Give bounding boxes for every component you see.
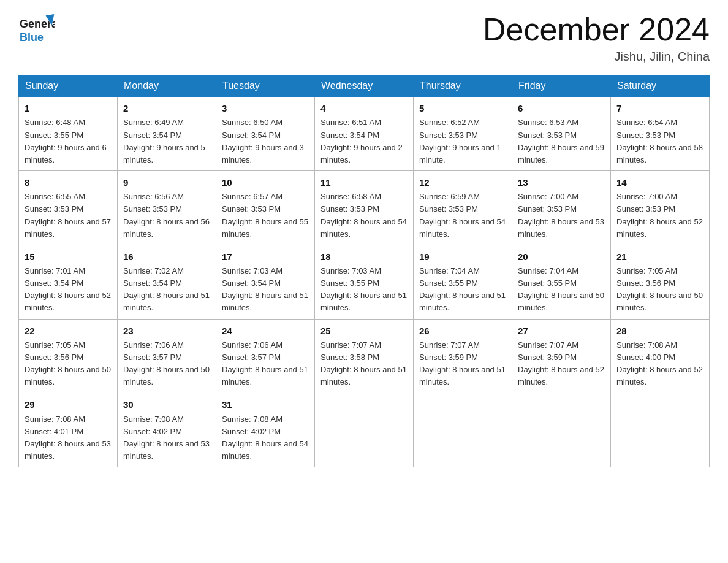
weekday-header-sunday: Sunday bbox=[19, 75, 118, 97]
calendar-cell: 28 Sunrise: 7:08 AMSunset: 4:00 PMDaylig… bbox=[611, 319, 710, 393]
svg-text:Blue: Blue bbox=[20, 31, 44, 44]
day-number: 6 bbox=[518, 101, 605, 115]
calendar-cell: 2 Sunrise: 6:49 AMSunset: 3:54 PMDayligh… bbox=[118, 97, 216, 171]
day-info: Sunrise: 7:01 AMSunset: 3:54 PMDaylight:… bbox=[25, 266, 111, 312]
calendar-cell: 31 Sunrise: 7:08 AMSunset: 4:02 PMDaylig… bbox=[216, 393, 315, 467]
calendar-cell: 4 Sunrise: 6:51 AMSunset: 3:54 PMDayligh… bbox=[315, 97, 414, 171]
calendar-cell bbox=[315, 393, 414, 467]
calendar-cell: 17 Sunrise: 7:03 AMSunset: 3:54 PMDaylig… bbox=[216, 245, 315, 319]
calendar-cell: 20 Sunrise: 7:04 AMSunset: 3:55 PMDaylig… bbox=[512, 245, 611, 319]
calendar-cell: 3 Sunrise: 6:50 AMSunset: 3:54 PMDayligh… bbox=[216, 97, 315, 171]
day-info: Sunrise: 6:52 AMSunset: 3:53 PMDaylight:… bbox=[419, 118, 501, 164]
calendar-cell: 18 Sunrise: 7:03 AMSunset: 3:55 PMDaylig… bbox=[315, 245, 414, 319]
day-number: 2 bbox=[123, 101, 210, 115]
day-info: Sunrise: 7:08 AMSunset: 4:02 PMDaylight:… bbox=[123, 415, 210, 461]
calendar-week-5: 29 Sunrise: 7:08 AMSunset: 4:01 PMDaylig… bbox=[19, 393, 710, 467]
day-info: Sunrise: 7:08 AMSunset: 4:01 PMDaylight:… bbox=[25, 415, 111, 461]
weekday-header-wednesday: Wednesday bbox=[315, 75, 414, 97]
calendar-cell: 12 Sunrise: 6:59 AMSunset: 3:53 PMDaylig… bbox=[414, 171, 512, 245]
page-header: General Blue December 2024 Jishu, Jilin,… bbox=[18, 12, 710, 64]
calendar-cell: 8 Sunrise: 6:55 AMSunset: 3:53 PMDayligh… bbox=[19, 171, 118, 245]
day-info: Sunrise: 6:49 AMSunset: 3:54 PMDaylight:… bbox=[123, 118, 205, 164]
calendar-cell: 25 Sunrise: 7:07 AMSunset: 3:58 PMDaylig… bbox=[315, 319, 414, 393]
calendar-cell: 21 Sunrise: 7:05 AMSunset: 3:56 PMDaylig… bbox=[611, 245, 710, 319]
day-info: Sunrise: 7:02 AMSunset: 3:54 PMDaylight:… bbox=[123, 266, 210, 312]
day-number: 13 bbox=[518, 175, 605, 190]
calendar-week-4: 22 Sunrise: 7:05 AMSunset: 3:56 PMDaylig… bbox=[19, 319, 710, 393]
logo: General Blue bbox=[18, 12, 55, 48]
day-info: Sunrise: 7:03 AMSunset: 3:55 PMDaylight:… bbox=[320, 266, 407, 312]
day-number: 11 bbox=[320, 175, 408, 190]
calendar-cell: 5 Sunrise: 6:52 AMSunset: 3:53 PMDayligh… bbox=[414, 97, 512, 171]
day-number: 8 bbox=[25, 175, 112, 190]
calendar-cell bbox=[414, 393, 512, 467]
calendar-cell: 22 Sunrise: 7:05 AMSunset: 3:56 PMDaylig… bbox=[19, 319, 118, 393]
day-number: 3 bbox=[222, 101, 309, 115]
calendar-table: SundayMondayTuesdayWednesdayThursdayFrid… bbox=[18, 75, 710, 467]
calendar-cell: 19 Sunrise: 7:04 AMSunset: 3:55 PMDaylig… bbox=[414, 245, 512, 319]
day-number: 1 bbox=[25, 101, 112, 115]
location-subtitle: Jishu, Jilin, China bbox=[483, 50, 710, 64]
day-info: Sunrise: 7:04 AMSunset: 3:55 PMDaylight:… bbox=[518, 266, 604, 312]
weekday-header-thursday: Thursday bbox=[414, 75, 512, 97]
calendar-cell: 1 Sunrise: 6:48 AMSunset: 3:55 PMDayligh… bbox=[19, 97, 118, 171]
calendar-cell bbox=[611, 393, 710, 467]
calendar-cell: 14 Sunrise: 7:00 AMSunset: 3:53 PMDaylig… bbox=[611, 171, 710, 245]
calendar-cell: 11 Sunrise: 6:58 AMSunset: 3:53 PMDaylig… bbox=[315, 171, 414, 245]
day-number: 30 bbox=[123, 397, 210, 412]
day-info: Sunrise: 6:57 AMSunset: 3:53 PMDaylight:… bbox=[222, 192, 308, 238]
day-number: 18 bbox=[320, 250, 408, 264]
day-number: 5 bbox=[419, 101, 506, 115]
calendar-cell: 7 Sunrise: 6:54 AMSunset: 3:53 PMDayligh… bbox=[611, 97, 710, 171]
calendar-cell bbox=[512, 393, 611, 467]
calendar-cell: 15 Sunrise: 7:01 AMSunset: 3:54 PMDaylig… bbox=[19, 245, 118, 319]
day-info: Sunrise: 7:08 AMSunset: 4:02 PMDaylight:… bbox=[222, 415, 308, 461]
day-number: 22 bbox=[25, 324, 112, 338]
logo-icon: General Blue bbox=[18, 12, 55, 46]
day-info: Sunrise: 7:07 AMSunset: 3:58 PMDaylight:… bbox=[320, 340, 407, 386]
day-number: 25 bbox=[320, 324, 408, 338]
day-info: Sunrise: 7:07 AMSunset: 3:59 PMDaylight:… bbox=[419, 340, 506, 386]
day-info: Sunrise: 6:59 AMSunset: 3:53 PMDaylight:… bbox=[419, 192, 506, 238]
day-info: Sunrise: 6:56 AMSunset: 3:53 PMDaylight:… bbox=[123, 192, 210, 238]
calendar-cell: 30 Sunrise: 7:08 AMSunset: 4:02 PMDaylig… bbox=[118, 393, 216, 467]
day-number: 27 bbox=[518, 324, 605, 338]
day-number: 9 bbox=[123, 175, 210, 190]
day-number: 31 bbox=[222, 397, 309, 412]
day-info: Sunrise: 7:05 AMSunset: 3:56 PMDaylight:… bbox=[25, 340, 111, 386]
day-info: Sunrise: 7:08 AMSunset: 4:00 PMDaylight:… bbox=[616, 340, 703, 386]
day-info: Sunrise: 7:00 AMSunset: 3:53 PMDaylight:… bbox=[518, 192, 604, 238]
calendar-cell: 24 Sunrise: 7:06 AMSunset: 3:57 PMDaylig… bbox=[216, 319, 315, 393]
weekday-header-tuesday: Tuesday bbox=[216, 75, 315, 97]
calendar-week-1: 1 Sunrise: 6:48 AMSunset: 3:55 PMDayligh… bbox=[19, 97, 710, 171]
day-number: 24 bbox=[222, 324, 309, 338]
day-info: Sunrise: 7:00 AMSunset: 3:53 PMDaylight:… bbox=[616, 192, 703, 238]
day-info: Sunrise: 7:06 AMSunset: 3:57 PMDaylight:… bbox=[222, 340, 308, 386]
day-number: 4 bbox=[320, 101, 408, 115]
day-info: Sunrise: 6:54 AMSunset: 3:53 PMDaylight:… bbox=[616, 118, 703, 164]
calendar-cell: 26 Sunrise: 7:07 AMSunset: 3:59 PMDaylig… bbox=[414, 319, 512, 393]
day-number: 20 bbox=[518, 250, 605, 264]
weekday-header-monday: Monday bbox=[118, 75, 216, 97]
day-info: Sunrise: 6:50 AMSunset: 3:54 PMDaylight:… bbox=[222, 118, 304, 164]
day-number: 12 bbox=[419, 175, 506, 190]
day-info: Sunrise: 7:06 AMSunset: 3:57 PMDaylight:… bbox=[123, 340, 210, 386]
day-number: 19 bbox=[419, 250, 506, 264]
day-info: Sunrise: 7:07 AMSunset: 3:59 PMDaylight:… bbox=[518, 340, 604, 386]
day-info: Sunrise: 6:55 AMSunset: 3:53 PMDaylight:… bbox=[25, 192, 111, 238]
day-info: Sunrise: 7:05 AMSunset: 3:56 PMDaylight:… bbox=[616, 266, 703, 312]
day-info: Sunrise: 6:53 AMSunset: 3:53 PMDaylight:… bbox=[518, 118, 604, 164]
calendar-week-3: 15 Sunrise: 7:01 AMSunset: 3:54 PMDaylig… bbox=[19, 245, 710, 319]
day-info: Sunrise: 7:04 AMSunset: 3:55 PMDaylight:… bbox=[419, 266, 506, 312]
calendar-cell: 23 Sunrise: 7:06 AMSunset: 3:57 PMDaylig… bbox=[118, 319, 216, 393]
day-number: 17 bbox=[222, 250, 309, 264]
day-number: 15 bbox=[25, 250, 112, 264]
month-title: December 2024 bbox=[483, 12, 710, 47]
day-info: Sunrise: 6:51 AMSunset: 3:54 PMDaylight:… bbox=[320, 118, 403, 164]
calendar-cell: 29 Sunrise: 7:08 AMSunset: 4:01 PMDaylig… bbox=[19, 393, 118, 467]
day-number: 29 bbox=[25, 397, 112, 412]
weekday-header-saturday: Saturday bbox=[611, 75, 710, 97]
calendar-cell: 9 Sunrise: 6:56 AMSunset: 3:53 PMDayligh… bbox=[118, 171, 216, 245]
day-info: Sunrise: 7:03 AMSunset: 3:54 PMDaylight:… bbox=[222, 266, 308, 312]
day-number: 28 bbox=[616, 324, 703, 338]
